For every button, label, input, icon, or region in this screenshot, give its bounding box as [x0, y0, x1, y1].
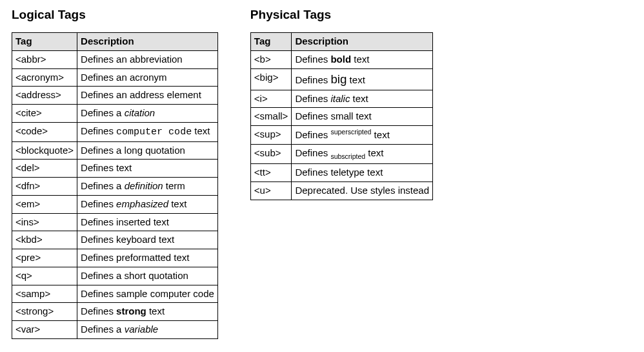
- desc-styled-text: emphasized: [116, 198, 168, 209]
- desc-text: Defines: [81, 198, 116, 209]
- desc-text: Defines: [295, 93, 330, 104]
- logical-tags-table: Tag Description <abbr>Defines an abbrevi…: [12, 32, 218, 339]
- desc-text: text: [192, 125, 210, 136]
- logical-tags-heading: Logical Tags: [12, 8, 218, 22]
- logical-tag-cell: <samp>: [12, 285, 77, 303]
- table-row: <sub>Defines subscripted text: [250, 144, 432, 163]
- desc-text: Defines teletype text: [295, 167, 383, 178]
- desc-styled-text: subscripted: [330, 152, 365, 160]
- desc-text: Defines small text: [295, 110, 371, 121]
- logical-desc-cell: Defines emphasized text: [77, 195, 218, 213]
- desc-styled-text: strong: [116, 305, 146, 316]
- table-row: <del>Defines text: [12, 160, 218, 178]
- logical-tag-cell: <abbr>: [12, 50, 77, 68]
- table-row: <b>Defines bold text: [250, 50, 432, 68]
- desc-text: Defines a long quotation: [81, 145, 185, 156]
- table-row: <em>Defines emphasized text: [12, 195, 218, 213]
- logical-tag-cell: <strong>: [12, 303, 77, 321]
- table-row: <sup>Defines superscripted text: [250, 126, 432, 145]
- desc-text: Defines: [295, 147, 330, 158]
- table-row: <var>Defines a variable: [12, 321, 218, 339]
- logical-desc-cell: Defines text: [77, 160, 218, 178]
- table-row: <kbd>Defines keyboard text: [12, 231, 218, 249]
- logical-desc-cell: Defines a short quotation: [77, 267, 218, 285]
- logical-desc-cell: Defines an acronym: [77, 68, 218, 87]
- logical-tag-cell: <del>: [12, 160, 77, 178]
- table-row: <i>Defines italic text: [250, 90, 432, 108]
- physical-desc-cell: Defines italic text: [292, 90, 433, 108]
- desc-text: text: [365, 147, 383, 158]
- logical-tag-cell: <dfn>: [12, 178, 77, 196]
- physical-tags-table: Tag Description <b>Defines bold text<big…: [250, 32, 433, 200]
- desc-styled-text: variable: [125, 324, 159, 335]
- logical-desc-cell: Defines sample computer code: [77, 285, 218, 303]
- logical-tags-column: Logical Tags Tag Description <abbr>Defin…: [12, 8, 218, 339]
- desc-text: Defines a: [81, 180, 125, 191]
- desc-text: Defines: [81, 305, 116, 316]
- desc-text: Defines: [295, 54, 330, 65]
- physical-desc-cell: Defines teletype text: [292, 164, 433, 182]
- desc-text: text: [347, 74, 365, 85]
- logical-desc-cell: Defines keyboard text: [77, 231, 218, 249]
- table-row: <q>Defines a short quotation: [12, 267, 218, 285]
- desc-text: Defines a: [81, 324, 125, 335]
- desc-styled-text: superscripted: [330, 128, 371, 136]
- table-row: <u>Deprecated. Use styles instead: [250, 181, 432, 200]
- physical-tag-cell: <small>: [250, 108, 292, 126]
- logical-desc-cell: Defines a variable: [77, 321, 218, 339]
- physical-th-desc: Description: [292, 33, 433, 51]
- logical-desc-cell: Defines a citation: [77, 105, 218, 123]
- desc-text: Defines preformatted text: [81, 252, 189, 263]
- desc-text: Defines an acronym: [81, 72, 166, 83]
- desc-styled-text: bold: [330, 54, 351, 65]
- desc-text: Defines a: [81, 107, 125, 118]
- desc-text: text: [146, 305, 165, 316]
- table-row: <big>Defines big text: [250, 68, 432, 90]
- logical-tag-cell: <kbd>: [12, 231, 77, 249]
- table-row: <ins>Defines inserted text: [12, 213, 218, 231]
- desc-text: Defines keyboard text: [81, 234, 174, 245]
- desc-styled-text: big: [330, 72, 347, 86]
- logical-tag-cell: <cite>: [12, 105, 77, 123]
- table-row: <code>Defines computer code text: [12, 122, 218, 141]
- physical-tag-cell: <b>: [250, 50, 292, 68]
- desc-text: Defines: [295, 129, 330, 140]
- logical-tag-cell: <ins>: [12, 213, 77, 231]
- logical-tag-cell: <blockquote>: [12, 141, 77, 160]
- desc-text: Defines: [81, 125, 116, 136]
- table-row: <small>Defines small text: [250, 108, 432, 126]
- logical-tag-cell: <em>: [12, 195, 77, 213]
- logical-desc-cell: Defines computer code text: [77, 122, 218, 141]
- physical-desc-cell: Defines superscripted text: [292, 126, 433, 145]
- columns-container: Logical Tags Tag Description <abbr>Defin…: [12, 8, 632, 339]
- table-row: <dfn>Defines a definition term: [12, 178, 218, 196]
- logical-tag-cell: <acronym>: [12, 68, 77, 87]
- physical-tag-cell: <big>: [250, 68, 292, 90]
- logical-desc-cell: Defines preformatted text: [77, 249, 218, 267]
- table-row: <strong>Defines strong text: [12, 303, 218, 321]
- physical-tag-cell: <sup>: [250, 126, 292, 145]
- desc-text: text: [371, 129, 389, 140]
- desc-text: Defines sample computer code: [81, 288, 214, 299]
- physical-th-tag: Tag: [250, 33, 292, 51]
- physical-desc-cell: Defines subscripted text: [292, 144, 433, 163]
- physical-tag-cell: <sub>: [250, 144, 292, 163]
- desc-text: Defines: [295, 74, 330, 85]
- logical-tag-cell: <var>: [12, 321, 77, 339]
- logical-desc-cell: Defines strong text: [77, 303, 218, 321]
- physical-tags-heading: Physical Tags: [250, 8, 433, 22]
- physical-tag-cell: <tt>: [250, 164, 292, 182]
- logical-tag-cell: <q>: [12, 267, 77, 285]
- logical-th-tag: Tag: [12, 33, 77, 51]
- logical-desc-cell: Defines an abbreviation: [77, 50, 218, 68]
- table-row: <pre>Defines preformatted text: [12, 249, 218, 267]
- desc-text: Defines an abbreviation: [81, 54, 183, 65]
- desc-text: Defines inserted text: [81, 216, 169, 227]
- table-row: <blockquote>Defines a long quotation: [12, 141, 218, 160]
- logical-th-desc: Description: [77, 33, 218, 51]
- desc-styled-text: italic: [330, 93, 350, 104]
- table-row: <cite>Defines a citation: [12, 105, 218, 123]
- desc-text: text: [168, 198, 186, 209]
- table-row: <abbr>Defines an abbreviation: [12, 50, 218, 68]
- table-row: <acronym>Defines an acronym: [12, 68, 218, 87]
